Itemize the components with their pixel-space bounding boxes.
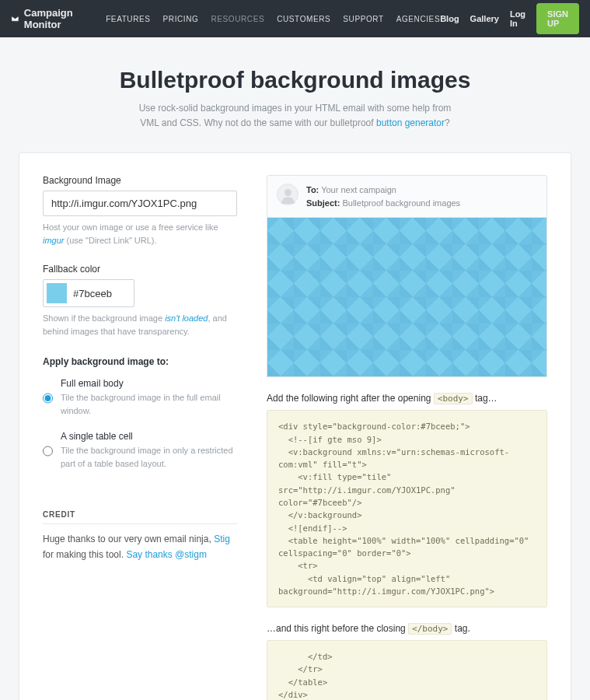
radio-full-body-label: Full email body xyxy=(61,378,237,389)
code-intro-2: …and this right before the closing </bod… xyxy=(267,623,547,634)
page-subtitle: Use rock-solid background images in your… xyxy=(47,101,543,131)
color-input[interactable] xyxy=(73,288,124,299)
nav-agencies[interactable]: AGENCIES xyxy=(396,15,440,23)
hero: Bulletproof background images Use rock-s… xyxy=(0,37,590,152)
color-swatch[interactable] xyxy=(47,283,67,303)
credit-text: Huge thanks to our very own email ninja,… xyxy=(43,532,237,562)
settings-column: Background Image Host your own image or … xyxy=(43,175,237,700)
radio-table-cell-desc: Tile the background image in only a rest… xyxy=(61,444,237,470)
email-preview-body xyxy=(267,217,547,377)
secondary-nav: Blog Gallery Log In SIGN UP xyxy=(440,3,579,34)
fallback-color-help: Shown if the background image isn't load… xyxy=(43,312,237,338)
main-nav: FEATURES PRICING RESOURCES CUSTOMERS SUP… xyxy=(106,15,440,23)
thanks-link[interactable]: Say thanks @stigm xyxy=(126,549,207,560)
email-meta: To: Your next campaign Subject: Bulletpr… xyxy=(306,184,460,209)
preview-column: To: Your next campaign Subject: Bulletpr… xyxy=(267,175,547,700)
envelope-icon xyxy=(11,12,19,25)
radio-table-cell-label: A single table cell xyxy=(61,431,237,442)
tool-card: Background Image Host your own image or … xyxy=(19,152,571,700)
radio-table-cell-input[interactable] xyxy=(43,432,53,470)
brand-name: Campaign Monitor xyxy=(24,7,84,30)
fallback-color-group: Fallback color Shown if the background i… xyxy=(43,264,237,338)
button-generator-link[interactable]: button generator xyxy=(376,117,445,128)
nav-resources[interactable]: RESOURCES xyxy=(211,15,264,23)
radio-full-body[interactable]: Full email body Tile the background imag… xyxy=(43,378,237,417)
body-tag-open: <body> xyxy=(434,393,473,404)
stig-link[interactable]: Stig xyxy=(214,534,230,544)
nav-gallery[interactable]: Gallery xyxy=(470,14,499,23)
brand-logo[interactable]: Campaign Monitor xyxy=(11,7,84,30)
page-title: Bulletproof background images xyxy=(47,67,543,93)
avatar-icon xyxy=(277,184,298,205)
credit-heading: CREDIT xyxy=(43,510,237,524)
bg-image-group: Background Image Host your own image or … xyxy=(43,175,237,247)
code-block-2[interactable]: </td> </tr> </table> </div> xyxy=(267,640,547,700)
imgur-link[interactable]: imgur xyxy=(43,236,65,245)
signup-button[interactable]: SIGN UP xyxy=(536,3,579,34)
nav-customers[interactable]: CUSTOMERS xyxy=(277,15,330,23)
email-preview-header: To: Your next campaign Subject: Bulletpr… xyxy=(267,175,547,217)
credit-section: CREDIT Huge thanks to our very own email… xyxy=(43,510,237,562)
isnt-loaded-link[interactable]: isn't loaded xyxy=(165,313,208,323)
fallback-color-label: Fallback color xyxy=(43,264,237,275)
topbar: Campaign Monitor FEATURES PRICING RESOUR… xyxy=(0,0,590,37)
color-picker[interactable] xyxy=(43,279,134,307)
code-intro-1: Add the following right after the openin… xyxy=(267,393,547,404)
nav-blog[interactable]: Blog xyxy=(440,14,459,23)
body-tag-close: </body> xyxy=(408,623,452,635)
nav-features[interactable]: FEATURES xyxy=(106,15,150,23)
radio-full-body-input[interactable] xyxy=(43,380,53,417)
nav-login[interactable]: Log In xyxy=(510,9,525,28)
code-block-1[interactable]: <div style="background-color:#7bceeb;"> … xyxy=(267,410,547,607)
radio-full-body-desc: Tile the background image in the full em… xyxy=(61,391,237,417)
bg-image-label: Background Image xyxy=(43,175,237,186)
nav-support[interactable]: SUPPORT xyxy=(343,15,383,23)
apply-to-title: Apply background image to: xyxy=(43,356,237,367)
bg-image-input[interactable] xyxy=(43,191,237,216)
bg-image-help: Host your own image or use a free servic… xyxy=(43,221,237,247)
nav-pricing[interactable]: PRICING xyxy=(163,15,199,23)
radio-table-cell[interactable]: A single table cell Tile the background … xyxy=(43,431,237,470)
